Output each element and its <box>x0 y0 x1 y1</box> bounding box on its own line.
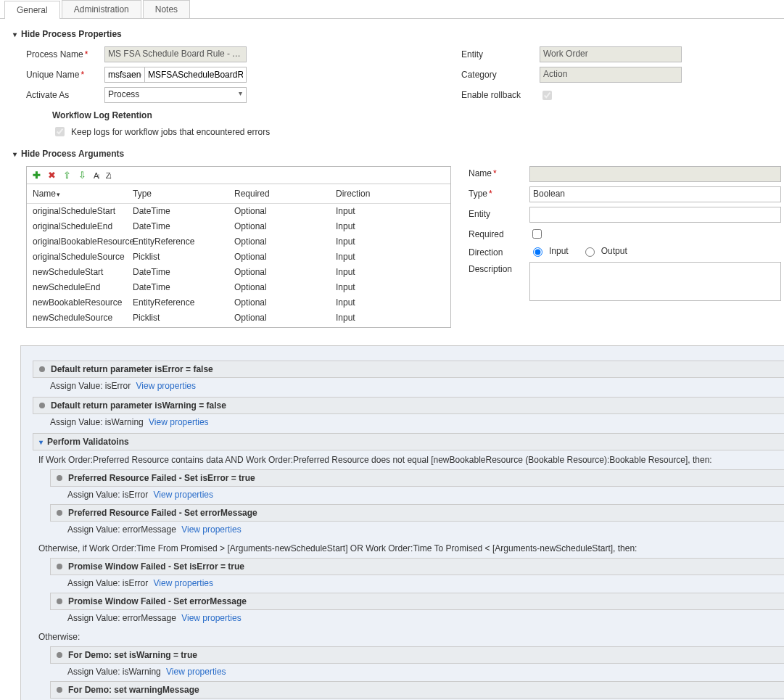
step-label: Promise Window Failed - Set errorMessage <box>68 596 247 606</box>
unique-name-value[interactable] <box>145 67 247 83</box>
arg-direction-output-radio[interactable] <box>585 247 595 257</box>
sort-asc-icon[interactable]: A↓ <box>94 171 99 180</box>
condition-text: If Work Order:Preferred Resource contain… <box>33 450 784 469</box>
arg-cell-direction: Input <box>336 221 445 233</box>
view-properties-link[interactable]: View properties <box>149 417 209 427</box>
argument-row[interactable]: isCreateBooleanOptionalInput <box>27 326 450 327</box>
step-title[interactable]: Promise Window Failed - Set isError = tr… <box>50 558 784 575</box>
step-title[interactable]: Default return parameter isWarning = fal… <box>33 397 784 414</box>
step-label: Preferred Resource Failed - Set isError … <box>68 473 255 483</box>
sort-desc-icon[interactable]: Z↓ <box>106 171 110 180</box>
unique-name-label: Unique Name* <box>26 70 104 80</box>
argument-row[interactable]: newBookableResourceEntityReferenceOption… <box>27 295 450 310</box>
delete-icon[interactable]: ✖ <box>48 170 56 181</box>
arg-required-checkbox[interactable] <box>532 229 542 239</box>
step-bullet-icon <box>57 564 62 569</box>
view-properties-link[interactable]: View properties <box>136 381 197 391</box>
arg-description-field[interactable] <box>529 262 781 301</box>
step-title[interactable]: Preferred Resource Failed - Set isError … <box>50 469 784 487</box>
view-properties-link[interactable]: View properties <box>181 524 242 535</box>
condition-text: Otherwise: <box>33 627 784 646</box>
arg-cell-required: Optional <box>234 236 336 248</box>
toggle-process-properties[interactable]: ▾ Hide Process Properties <box>13 29 784 39</box>
workflow-steps: Default return parameter isError = false… <box>20 345 784 700</box>
assign-label: Assign Value: isError <box>67 578 148 588</box>
arguments-grid: ✚ ✖ ⇧ ⇩ A↓ Z↓ Name▾ Type Required Direct… <box>26 166 451 328</box>
arg-cell-type: Picklist <box>133 251 234 263</box>
argument-row[interactable]: originalScheduleStartDateTimeOptionalInp… <box>27 204 450 219</box>
section-title-properties: Hide Process Properties <box>21 29 122 39</box>
tab-general[interactable]: General <box>4 1 60 19</box>
arg-cell-type: Picklist <box>133 312 234 324</box>
arg-cell-direction: Input <box>336 236 445 248</box>
argument-row[interactable]: originalBookableResourceEntityReferenceO… <box>27 234 450 250</box>
step-bullet-icon <box>57 652 62 658</box>
view-properties-link[interactable]: View properties <box>181 613 242 623</box>
step-title[interactable]: Default return parameter isError = false <box>33 361 784 378</box>
step-label: For Demo: set warningMessage <box>68 685 199 695</box>
entity-label: Entity <box>461 49 540 59</box>
argument-detail-panel: Name* Type* Boolean Entity Required Dire… <box>469 166 784 328</box>
view-properties-link[interactable]: View properties <box>154 490 214 500</box>
step-label: Promise Window Failed - Set isError = tr… <box>68 561 244 572</box>
unique-name-prefix[interactable] <box>104 67 145 83</box>
activate-as-label: Activate As <box>26 90 104 100</box>
arg-cell-direction: Input <box>336 251 445 263</box>
arg-cell-name: newBookableResource <box>33 297 133 309</box>
col-header-direction[interactable]: Direction <box>336 189 445 199</box>
argument-row[interactable]: newScheduleSourcePicklistOptionalInput <box>27 310 450 326</box>
step-title[interactable]: Promise Window Failed - Set errorMessage <box>50 593 784 610</box>
step-title[interactable]: For Demo: set warningMessage <box>50 681 784 699</box>
arg-cell-required: Optional <box>234 297 336 309</box>
arg-cell-type: DateTime <box>133 221 234 233</box>
workflow-log-title: Workflow Log Retention <box>52 110 461 120</box>
process-name-label: Process Name* <box>26 49 104 59</box>
step-title[interactable]: ▾ Perform Validatoins <box>33 433 784 450</box>
arg-cell-direction: Input <box>336 266 445 279</box>
arg-cell-type: EntityReference <box>133 236 234 248</box>
activate-as-select[interactable]: Process <box>104 87 247 103</box>
argument-row[interactable]: newScheduleStartDateTimeOptionalInput <box>27 265 450 280</box>
assign-label: Assign Value: isError <box>67 490 148 500</box>
entity-field: Work Order <box>540 46 682 62</box>
assign-label: Assign Value: errorMessage <box>67 524 176 535</box>
view-properties-link[interactable]: View properties <box>154 578 214 588</box>
arg-type-field[interactable]: Boolean <box>529 186 781 202</box>
arg-cell-direction: Input <box>336 205 445 218</box>
process-name-field: MS FSA Schedule Board Rule - Action Sa <box>104 46 247 62</box>
argument-row[interactable]: originalScheduleEndDateTimeOptionalInput <box>27 219 450 234</box>
assign-label: Assign Value: isWarning <box>50 417 144 427</box>
argument-row[interactable]: originalScheduleSourcePicklistOptionalIn… <box>27 250 450 265</box>
arg-direction-input-radio[interactable] <box>533 247 542 257</box>
arg-cell-name: newScheduleEnd <box>33 281 133 294</box>
arg-cell-required: Optional <box>234 312 336 324</box>
step-title[interactable]: For Demo: set isWarning = true <box>50 646 784 664</box>
step-bullet-icon <box>57 475 62 481</box>
arg-cell-name: originalScheduleSource <box>33 251 133 263</box>
step-bullet-icon <box>57 687 62 693</box>
view-properties-link[interactable]: View properties <box>166 667 226 677</box>
caret-down-icon: ▾ <box>13 30 17 38</box>
arg-cell-required: Optional <box>234 205 336 218</box>
col-header-type[interactable]: Type <box>133 189 234 199</box>
tab-notes[interactable]: Notes <box>143 0 190 18</box>
move-down-icon[interactable]: ⇩ <box>78 170 86 181</box>
col-header-required[interactable]: Required <box>234 189 336 199</box>
step-bullet-icon <box>39 403 45 408</box>
toggle-process-arguments[interactable]: ▾ Hide Process Arguments <box>13 149 784 159</box>
argument-row[interactable]: newScheduleEndDateTimeOptionalInput <box>27 280 450 295</box>
tab-administration[interactable]: Administration <box>62 0 141 18</box>
step-bullet-icon <box>39 366 45 372</box>
assign-label: Assign Value: isWarning <box>67 667 161 677</box>
caret-down-icon: ▾ <box>39 438 43 446</box>
category-label: Category <box>461 70 540 80</box>
move-up-icon[interactable]: ⇧ <box>63 170 71 181</box>
step-title[interactable]: Preferred Resource Failed - Set errorMes… <box>50 504 784 522</box>
arg-cell-required: Optional <box>234 221 336 233</box>
arg-direction-input-label: Input <box>549 246 569 256</box>
arg-entity-field[interactable] <box>529 207 781 223</box>
workflow-log-label: Keep logs for workflow jobs that encount… <box>71 127 270 137</box>
add-icon[interactable]: ✚ <box>33 170 41 181</box>
enable-rollback-checkbox <box>542 91 552 100</box>
col-header-name[interactable]: Name▾ <box>33 189 133 199</box>
